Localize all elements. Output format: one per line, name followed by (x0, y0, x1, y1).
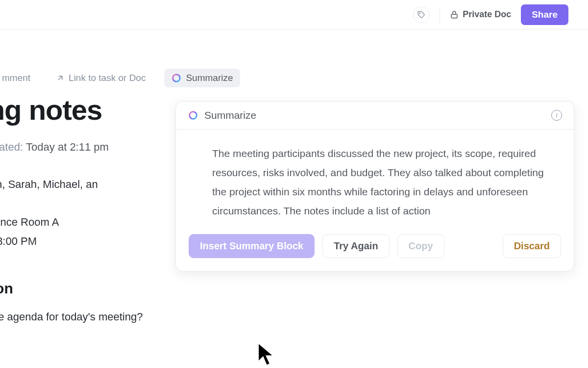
popover-title-wrap: Summarize (188, 109, 256, 121)
lock-icon (450, 10, 459, 19)
summarize-popover: Summarize i The meeting participants dis… (175, 101, 574, 271)
copy-button[interactable]: Copy (397, 234, 444, 258)
popover-title: Summarize (204, 109, 256, 121)
info-icon[interactable]: i (551, 110, 562, 121)
ai-icon (171, 73, 182, 83)
top-bar: Private Doc Share (0, 0, 588, 29)
tag-icon (417, 11, 425, 19)
mouse-cursor-icon (257, 342, 276, 368)
toolbar-link-label: Link to task or Doc (69, 73, 146, 83)
privacy-label: Private Doc (463, 9, 511, 20)
tag-button[interactable] (413, 6, 430, 23)
popover-actions: Insert Summary Block Try Again Copy Disc… (176, 225, 574, 271)
toolbar-comment-label: mment (2, 73, 30, 83)
popover-header: Summarize i (176, 102, 574, 130)
svg-point-3 (190, 112, 197, 119)
divider (440, 7, 440, 23)
discard-button[interactable]: Discard (503, 234, 561, 258)
toolbar-summarize[interactable]: Summarize (164, 69, 240, 87)
privacy-toggle[interactable]: Private Doc (450, 9, 511, 20)
insert-summary-button[interactable]: Insert Summary Block (189, 234, 315, 258)
toolbar-link[interactable]: Link to task or Doc (49, 69, 152, 87)
ai-icon (188, 110, 198, 121)
section-heading: ersation (0, 280, 250, 297)
toolbar-comment[interactable]: mment (0, 69, 37, 87)
body-line: what's the agenda for today's meeting? (0, 311, 250, 323)
link-arrow-icon (56, 74, 65, 82)
inline-toolbar: mment Link to task or Doc Summarize (0, 69, 240, 87)
svg-rect-1 (451, 14, 457, 18)
svg-point-0 (419, 12, 420, 13)
svg-point-2 (173, 75, 180, 82)
last-updated-label: Last Updated: (0, 141, 23, 153)
popover-body: The meeting participants discussed the n… (176, 130, 574, 225)
meta-participants-value: John, Sarah, Michael, an (0, 178, 98, 190)
try-again-button[interactable]: Try Again (322, 234, 389, 258)
share-button[interactable]: Share (521, 4, 568, 25)
toolbar-summarize-label: Summarize (186, 73, 233, 83)
last-updated-value: Today at 2:11 pm (26, 141, 109, 153)
